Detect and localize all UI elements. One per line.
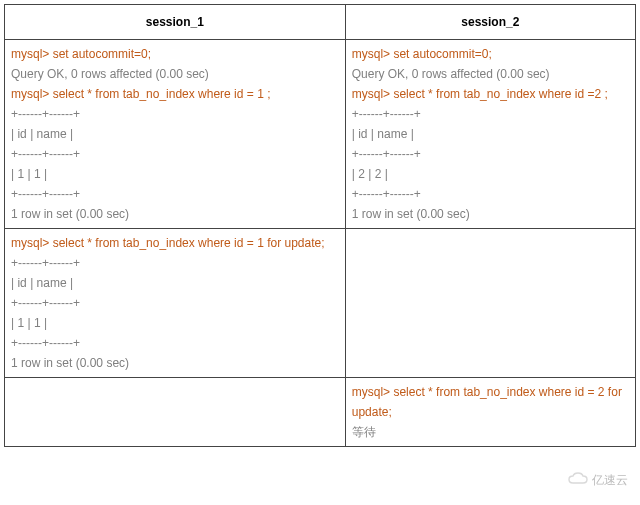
result-line: +------+------+ [352,144,629,164]
result-line: +------+------+ [11,293,339,313]
cell-r2-right [345,229,635,378]
sql-line: mysql> set autocommit=0; [11,44,339,64]
cell-r1-left: mysql> set autocommit=0; Query OK, 0 row… [5,40,346,229]
result-line: | 1 | 1 | [11,313,339,333]
result-line: +------+------+ [11,104,339,124]
header-session-1: session_1 [5,5,346,40]
result-line: 1 row in set (0.00 sec) [352,204,629,224]
result-line: | id | name | [11,124,339,144]
table-row: mysql> select * from tab_no_index where … [5,378,636,447]
sql-line: mysql> select * from tab_no_index where … [352,382,629,422]
sql-line: mysql> select * from tab_no_index where … [11,84,339,104]
sql-line: mysql> select * from tab_no_index where … [11,233,339,253]
cell-r3-left [5,378,346,447]
result-line: 1 row in set (0.00 sec) [11,204,339,224]
result-line: +------+------+ [11,184,339,204]
result-line: | 1 | 1 | [11,164,339,184]
result-line: 等待 [352,422,629,442]
result-line: Query OK, 0 rows affected (0.00 sec) [352,64,629,84]
sql-line: mysql> select * from tab_no_index where … [352,84,629,104]
header-row: session_1 session_2 [5,5,636,40]
table-row: mysql> set autocommit=0; Query OK, 0 row… [5,40,636,229]
result-line: | 2 | 2 | [352,164,629,184]
result-line: | id | name | [352,124,629,144]
result-line: | id | name | [11,273,339,293]
sql-line: mysql> set autocommit=0; [352,44,629,64]
result-line: +------+------+ [352,104,629,124]
result-line: 1 row in set (0.00 sec) [11,353,339,373]
header-session-2: session_2 [345,5,635,40]
cell-r1-right: mysql> set autocommit=0; Query OK, 0 row… [345,40,635,229]
result-line: Query OK, 0 rows affected (0.00 sec) [11,64,339,84]
cell-r2-left: mysql> select * from tab_no_index where … [5,229,346,378]
result-line: +------+------+ [352,184,629,204]
sql-session-table: session_1 session_2 mysql> set autocommi… [4,4,636,447]
table-row: mysql> select * from tab_no_index where … [5,229,636,378]
result-line: +------+------+ [11,253,339,273]
result-line: +------+------+ [11,333,339,353]
result-line: +------+------+ [11,144,339,164]
cell-r3-right: mysql> select * from tab_no_index where … [345,378,635,447]
